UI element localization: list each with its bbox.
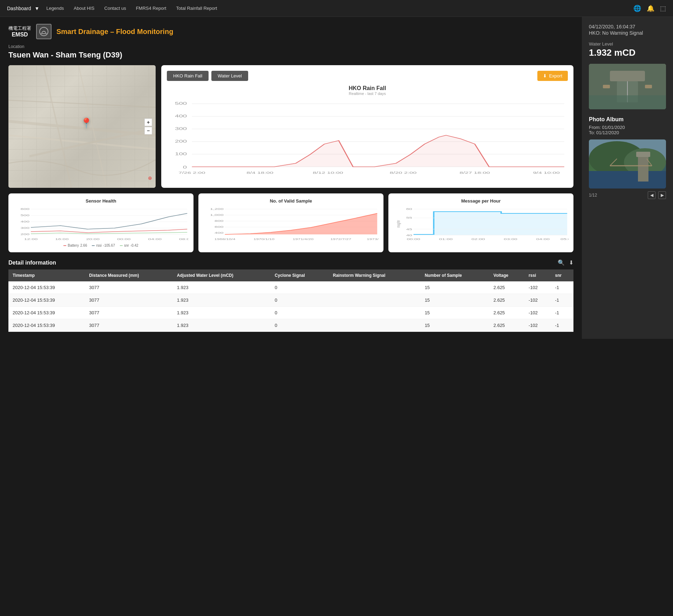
svg-rect-87 (636, 152, 650, 157)
sensor-health-title: Sensor Health (13, 198, 189, 204)
zoom-in-button[interactable]: + (144, 118, 152, 126)
download-detail-icon[interactable]: ⬇ (569, 259, 573, 266)
navbar: Dashboard ▼ Legends About HIS Contact us… (0, 0, 673, 17)
globe-icon[interactable]: 🌐 (633, 5, 641, 12)
water-level-value: 1.932 mCD (589, 47, 666, 58)
logout-icon[interactable]: ⬚ (660, 5, 666, 12)
emsd-logo: 機電工程署 EMSD (8, 25, 31, 38)
hko-chart-subtitle: Realtime - last 7 days (167, 91, 568, 96)
nav-fmrs4[interactable]: FMRS4 Report (136, 6, 166, 11)
svg-text:200: 200 (20, 233, 29, 236)
search-detail-icon[interactable]: 🔍 (558, 259, 565, 266)
hko-chart-title: HKO Rain Fall (167, 85, 568, 91)
bell-icon[interactable]: 🔔 (647, 5, 654, 12)
nav-contact-us[interactable]: Contact us (104, 6, 126, 11)
svg-text:02:00: 02:00 (471, 238, 485, 241)
table-cell (329, 319, 421, 332)
sensor-health-area: 600 500 400 300 200 (13, 206, 189, 241)
water-level-tab[interactable]: Water Level (211, 71, 248, 81)
map-container[interactable]: 📍 + − ⊕ (8, 65, 156, 188)
svg-text:600: 600 (20, 207, 29, 211)
zoom-out-button[interactable]: − (144, 127, 152, 135)
nav-links: Legends About HIS Contact us FMRS4 Repor… (46, 6, 633, 11)
emsd-english: EMSD (12, 32, 28, 38)
table-cell: 15 (421, 319, 489, 332)
svg-text:8/27 18:00: 8/27 18:00 (460, 171, 490, 174)
album-counter: 1/12 (589, 193, 597, 198)
table-cell: 2.625 (489, 281, 524, 294)
dropdown-icon: ▼ (35, 6, 40, 11)
valid-sample-svg: 1,200 1,000 800 600 400 (203, 206, 379, 241)
table-header-row: Timestamp Distance Measured (mm) Adjuste… (8, 269, 573, 281)
table-row: 2020-12-04 15:53:3930771.9230152.625-102… (8, 281, 573, 294)
svg-rect-80 (645, 85, 652, 88)
datetime-section: 04/12/2020, 16:04:37 HKO: No Warning Sig… (589, 24, 666, 36)
map-pin: 📍 (80, 117, 93, 129)
svg-text:03:00: 03:00 (504, 238, 517, 241)
warning-signal: HKO: No Warning Signal (589, 30, 666, 36)
svg-text:12:00: 12:00 (24, 238, 38, 241)
water-level-label: Water Level (589, 41, 666, 47)
table-cell: 15 (421, 307, 489, 319)
svg-text:300: 300 (175, 127, 187, 131)
album-next-button[interactable]: ▶ (658, 191, 666, 199)
svg-text:1968/10/4: 1968/10/4 (215, 238, 236, 240)
sensor-image (589, 64, 666, 109)
photo-from: From: 01/01/2020 (589, 125, 666, 130)
table-cell: 1.923 (173, 281, 271, 294)
nav-about-his[interactable]: About HIS (74, 6, 94, 11)
table-cell: -1 (551, 307, 573, 319)
svg-text:600: 600 (215, 225, 224, 228)
album-image (589, 139, 666, 189)
svg-text:400: 400 (175, 114, 187, 118)
col-rssi: rssi (524, 269, 551, 281)
svg-rect-76 (610, 71, 645, 81)
svg-line-7 (29, 128, 156, 156)
snr-legend-dot (120, 245, 123, 246)
table-cell: 0 (271, 307, 329, 319)
svg-text:40: 40 (406, 234, 412, 237)
chart-panel: HKO Rain Fall Water Level ⬇ Export HKO R… (161, 65, 573, 188)
svg-text:16:00: 16:00 (55, 238, 69, 241)
detail-table: Timestamp Distance Measured (mm) Adjuste… (8, 269, 573, 332)
export-button[interactable]: ⬇ Export (537, 71, 568, 81)
album-photo-svg (589, 139, 666, 189)
col-distance: Distance Measured (mm) (85, 269, 173, 281)
album-prev-button[interactable]: ◀ (648, 191, 655, 199)
nav-total-rainfall[interactable]: Total Rainfall Report (176, 6, 217, 11)
map-placeholder: 📍 + − ⊕ (8, 65, 156, 188)
table-cell: -102 (524, 281, 551, 294)
svg-text:8/4 18:00: 8/4 18:00 (246, 171, 273, 174)
table-row: 2020-12-04 15:53:3930771.9230152.625-102… (8, 294, 573, 307)
table-cell: 2020-12-04 15:53:39 (8, 281, 85, 294)
detail-icons: 🔍 ⬇ (558, 259, 573, 266)
message-per-hour-chart: Message per Hour 60 55 45 40 (388, 193, 573, 252)
right-panel: 04/12/2020, 16:04:37 HKO: No Warning Sig… (582, 17, 673, 339)
nav-icons: 🌐 🔔 ⬚ (633, 5, 666, 12)
map-chart-row: 📍 + − ⊕ HKO Rain Fall Water Level ⬇ Expo… (8, 65, 573, 188)
svg-text:00:00: 00:00 (407, 238, 420, 241)
nav-legends[interactable]: Legends (46, 6, 64, 11)
col-voltage: Voltage (489, 269, 524, 281)
battery-legend: Battery 2.66 (63, 244, 87, 247)
svg-text:1970/1/10: 1970/1/10 (253, 238, 274, 240)
hko-chart-area: 500 400 300 200 100 0 (167, 98, 568, 176)
svg-marker-63 (414, 212, 567, 235)
table-cell: 2.625 (489, 294, 524, 307)
table-cell: 0 (271, 294, 329, 307)
col-timestamp: Timestamp (8, 269, 85, 281)
svg-text:msg/hr: msg/hr (396, 220, 401, 228)
table-cell: 1.923 (173, 307, 271, 319)
message-per-hour-svg: 60 55 45 40 msg/hr (393, 206, 569, 241)
hko-rain-fall-tab[interactable]: HKO Rain Fall (167, 71, 209, 81)
snr-legend-avg: -0.42 (130, 244, 138, 247)
dashboard-brand[interactable]: Dashboard ▼ (7, 6, 39, 11)
col-snr: snr (551, 269, 573, 281)
table-cell (329, 307, 421, 319)
svg-text:04:00: 04:00 (148, 238, 162, 241)
sensor-health-legend: Battery 2.66 rssi -105.67 snr -0.42 (13, 244, 189, 247)
svg-text:60: 60 (406, 207, 412, 211)
svg-text:1,000: 1,000 (210, 213, 224, 217)
svg-text:8/12 10:00: 8/12 10:00 (313, 171, 343, 174)
svg-line-6 (8, 100, 156, 107)
